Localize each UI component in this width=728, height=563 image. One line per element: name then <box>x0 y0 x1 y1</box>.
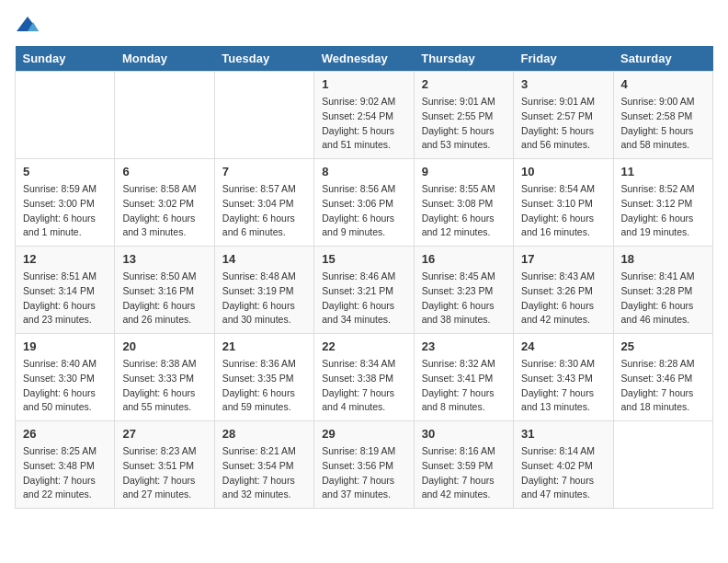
calendar-cell: 22Sunrise: 8:34 AM Sunset: 3:38 PM Dayli… <box>314 334 414 421</box>
day-number: 24 <box>521 339 605 353</box>
day-number: 22 <box>322 339 405 353</box>
day-info: Sunrise: 8:19 AM Sunset: 3:56 PM Dayligh… <box>322 444 405 502</box>
calendar-cell: 18Sunrise: 8:41 AM Sunset: 3:28 PM Dayli… <box>613 247 712 334</box>
weekday-header-wednesday: Wednesday <box>314 46 414 72</box>
day-info: Sunrise: 8:32 AM Sunset: 3:41 PM Dayligh… <box>422 357 506 415</box>
calendar-cell: 1Sunrise: 9:02 AM Sunset: 2:54 PM Daylig… <box>314 72 414 159</box>
day-info: Sunrise: 8:40 AM Sunset: 3:30 PM Dayligh… <box>23 357 107 415</box>
day-number: 5 <box>23 165 107 178</box>
day-number: 16 <box>422 252 506 266</box>
day-info: Sunrise: 9:00 AM Sunset: 2:58 PM Dayligh… <box>621 95 705 153</box>
day-number: 14 <box>222 252 306 266</box>
calendar-cell: 12Sunrise: 8:51 AM Sunset: 3:14 PM Dayli… <box>16 247 115 334</box>
calendar-cell: 15Sunrise: 8:46 AM Sunset: 3:21 PM Dayli… <box>314 247 414 334</box>
day-number: 23 <box>422 339 506 353</box>
calendar-cell: 9Sunrise: 8:55 AM Sunset: 3:08 PM Daylig… <box>414 159 513 247</box>
calendar-week-4: 19Sunrise: 8:40 AM Sunset: 3:30 PM Dayli… <box>16 334 713 421</box>
calendar-cell: 31Sunrise: 8:14 AM Sunset: 4:02 PM Dayli… <box>514 421 613 509</box>
calendar-cell: 23Sunrise: 8:32 AM Sunset: 3:41 PM Dayli… <box>414 334 513 421</box>
calendar-cell: 16Sunrise: 8:45 AM Sunset: 3:23 PM Dayli… <box>414 247 513 334</box>
calendar-cell: 6Sunrise: 8:58 AM Sunset: 3:02 PM Daylig… <box>115 159 214 247</box>
day-number: 13 <box>122 252 206 266</box>
day-info: Sunrise: 8:41 AM Sunset: 3:28 PM Dayligh… <box>621 270 705 327</box>
calendar-week-3: 12Sunrise: 8:51 AM Sunset: 3:14 PM Dayli… <box>16 247 713 334</box>
calendar-cell: 20Sunrise: 8:38 AM Sunset: 3:33 PM Dayli… <box>115 334 214 421</box>
calendar-cell: 2Sunrise: 9:01 AM Sunset: 2:55 PM Daylig… <box>414 72 513 159</box>
day-number: 25 <box>621 339 705 353</box>
day-info: Sunrise: 8:23 AM Sunset: 3:51 PM Dayligh… <box>122 444 206 502</box>
day-info: Sunrise: 8:56 AM Sunset: 3:06 PM Dayligh… <box>322 182 405 240</box>
day-info: Sunrise: 9:02 AM Sunset: 2:54 PM Dayligh… <box>322 95 405 153</box>
calendar-cell: 29Sunrise: 8:19 AM Sunset: 3:56 PM Dayli… <box>314 421 414 509</box>
day-info: Sunrise: 8:16 AM Sunset: 3:59 PM Dayligh… <box>422 444 506 502</box>
day-info: Sunrise: 8:46 AM Sunset: 3:21 PM Dayligh… <box>322 270 405 327</box>
calendar-cell: 25Sunrise: 8:28 AM Sunset: 3:46 PM Dayli… <box>613 334 712 421</box>
weekday-header-thursday: Thursday <box>414 46 513 72</box>
calendar-table: SundayMondayTuesdayWednesdayThursdayFrid… <box>15 46 713 509</box>
day-number: 8 <box>322 165 405 178</box>
day-info: Sunrise: 8:59 AM Sunset: 3:00 PM Dayligh… <box>23 182 107 240</box>
day-number: 17 <box>521 252 605 266</box>
day-number: 31 <box>521 427 605 441</box>
day-info: Sunrise: 9:01 AM Sunset: 2:57 PM Dayligh… <box>521 95 605 153</box>
calendar-cell <box>115 72 214 159</box>
calendar-cell: 5Sunrise: 8:59 AM Sunset: 3:00 PM Daylig… <box>16 159 115 247</box>
day-number: 1 <box>322 77 405 91</box>
weekday-header-saturday: Saturday <box>613 46 712 72</box>
day-number: 6 <box>122 165 206 178</box>
weekday-header-tuesday: Tuesday <box>214 46 313 72</box>
weekday-header-friday: Friday <box>514 46 613 72</box>
day-info: Sunrise: 9:01 AM Sunset: 2:55 PM Dayligh… <box>422 95 506 153</box>
calendar-week-5: 26Sunrise: 8:25 AM Sunset: 3:48 PM Dayli… <box>16 421 713 509</box>
weekday-header-monday: Monday <box>115 46 214 72</box>
day-info: Sunrise: 8:52 AM Sunset: 3:12 PM Dayligh… <box>621 182 705 240</box>
day-info: Sunrise: 8:50 AM Sunset: 3:16 PM Dayligh… <box>122 270 206 327</box>
calendar-cell: 11Sunrise: 8:52 AM Sunset: 3:12 PM Dayli… <box>613 159 712 247</box>
calendar-week-1: 1Sunrise: 9:02 AM Sunset: 2:54 PM Daylig… <box>16 72 713 159</box>
calendar-cell: 30Sunrise: 8:16 AM Sunset: 3:59 PM Dayli… <box>414 421 513 509</box>
calendar-cell: 21Sunrise: 8:36 AM Sunset: 3:35 PM Dayli… <box>214 334 313 421</box>
day-number: 3 <box>521 77 605 91</box>
day-number: 30 <box>422 427 506 441</box>
calendar-cell: 24Sunrise: 8:30 AM Sunset: 3:43 PM Dayli… <box>514 334 613 421</box>
calendar-cell: 28Sunrise: 8:21 AM Sunset: 3:54 PM Dayli… <box>214 421 313 509</box>
day-info: Sunrise: 8:57 AM Sunset: 3:04 PM Dayligh… <box>222 182 306 240</box>
day-number: 28 <box>222 427 306 441</box>
calendar-cell: 4Sunrise: 9:00 AM Sunset: 2:58 PM Daylig… <box>613 72 712 159</box>
day-info: Sunrise: 8:34 AM Sunset: 3:38 PM Dayligh… <box>322 357 405 415</box>
day-info: Sunrise: 8:25 AM Sunset: 3:48 PM Dayligh… <box>23 444 107 502</box>
calendar-cell: 26Sunrise: 8:25 AM Sunset: 3:48 PM Dayli… <box>16 421 115 509</box>
day-number: 12 <box>23 252 107 266</box>
calendar-cell: 19Sunrise: 8:40 AM Sunset: 3:30 PM Dayli… <box>16 334 115 421</box>
day-number: 7 <box>222 165 306 178</box>
calendar-cell: 8Sunrise: 8:56 AM Sunset: 3:06 PM Daylig… <box>314 159 414 247</box>
calendar-cell: 13Sunrise: 8:50 AM Sunset: 3:16 PM Dayli… <box>115 247 214 334</box>
calendar-cell: 3Sunrise: 9:01 AM Sunset: 2:57 PM Daylig… <box>514 72 613 159</box>
weekday-header-sunday: Sunday <box>16 46 115 72</box>
day-number: 27 <box>122 427 206 441</box>
day-number: 11 <box>621 165 705 178</box>
calendar-cell: 10Sunrise: 8:54 AM Sunset: 3:10 PM Dayli… <box>514 159 613 247</box>
day-number: 26 <box>23 427 107 441</box>
calendar-cell <box>16 72 115 159</box>
calendar-body: 1Sunrise: 9:02 AM Sunset: 2:54 PM Daylig… <box>16 72 713 509</box>
day-info: Sunrise: 8:30 AM Sunset: 3:43 PM Dayligh… <box>521 357 605 415</box>
day-number: 15 <box>322 252 405 266</box>
calendar-cell: 17Sunrise: 8:43 AM Sunset: 3:26 PM Dayli… <box>514 247 613 334</box>
day-info: Sunrise: 8:58 AM Sunset: 3:02 PM Dayligh… <box>122 182 206 240</box>
day-info: Sunrise: 8:38 AM Sunset: 3:33 PM Dayligh… <box>122 357 206 415</box>
day-number: 29 <box>322 427 405 441</box>
calendar-week-2: 5Sunrise: 8:59 AM Sunset: 3:00 PM Daylig… <box>16 159 713 247</box>
day-info: Sunrise: 8:51 AM Sunset: 3:14 PM Dayligh… <box>23 270 107 327</box>
day-info: Sunrise: 8:54 AM Sunset: 3:10 PM Dayligh… <box>521 182 605 240</box>
day-info: Sunrise: 8:21 AM Sunset: 3:54 PM Dayligh… <box>222 444 306 502</box>
day-number: 21 <box>222 339 306 353</box>
day-info: Sunrise: 8:43 AM Sunset: 3:26 PM Dayligh… <box>521 270 605 327</box>
day-number: 2 <box>422 77 506 91</box>
calendar-cell: 7Sunrise: 8:57 AM Sunset: 3:04 PM Daylig… <box>214 159 313 247</box>
day-number: 9 <box>422 165 506 178</box>
day-number: 10 <box>521 165 605 178</box>
header <box>15 15 713 35</box>
calendar-header: SundayMondayTuesdayWednesdayThursdayFrid… <box>16 46 713 72</box>
day-number: 18 <box>621 252 705 266</box>
